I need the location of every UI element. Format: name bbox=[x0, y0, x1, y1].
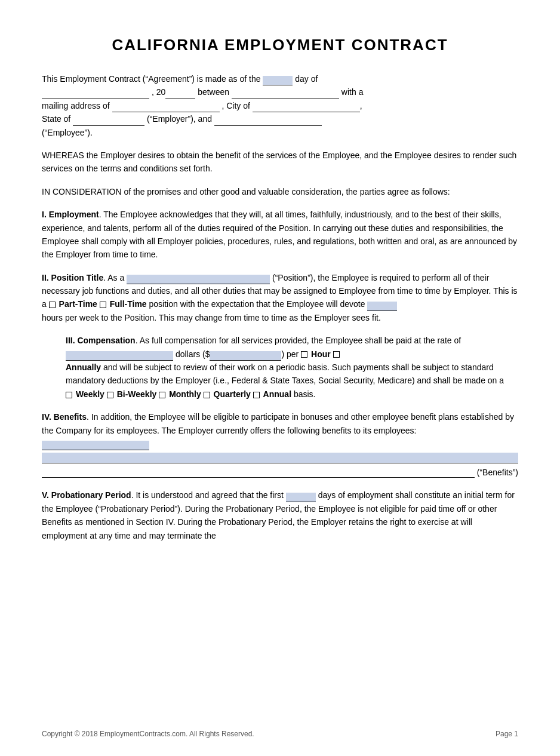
section-III: III. Compensation. As full compensation … bbox=[42, 334, 518, 401]
section-I-text: . The Employee acknowledges that they wi… bbox=[42, 210, 517, 259]
weekly-label: Weekly bbox=[76, 389, 104, 399]
document-footer: Copyright © 2018 EmploymentContracts.com… bbox=[42, 730, 518, 738]
part-time-checkbox[interactable] bbox=[49, 302, 56, 308]
annually-label: Annually bbox=[66, 362, 101, 372]
benefits-end-label: (“Benefits”) bbox=[477, 466, 518, 479]
section-II-pre: . As a bbox=[103, 273, 124, 282]
section-V-pre: . It is understood and agreed that the f… bbox=[131, 490, 284, 500]
section-III-label: III. Compensation bbox=[66, 336, 136, 345]
intro-line2-pre: , 20 bbox=[152, 87, 165, 97]
intro-line3-pre: mailing address of bbox=[42, 101, 110, 110]
annual-checkbox[interactable] bbox=[253, 392, 260, 398]
intro-paragraph: This Employment Contract (“Agreement”) i… bbox=[42, 72, 518, 139]
section-IV-label: IV. Benefits bbox=[42, 412, 87, 422]
section-II-label: II. Position Title bbox=[42, 273, 103, 282]
part-time-label: Part-Time bbox=[59, 299, 97, 309]
intro-line3-mid: , City of bbox=[221, 101, 250, 110]
day-field[interactable] bbox=[263, 76, 293, 85]
benefits-inline-field[interactable] bbox=[42, 441, 149, 450]
quarterly-label: Quarterly bbox=[214, 389, 251, 399]
section-III-dollars: dollars ($ bbox=[176, 349, 210, 359]
dollar-amount-field[interactable] bbox=[210, 351, 281, 361]
city-field[interactable] bbox=[253, 103, 360, 112]
annual-label: Annual bbox=[263, 389, 291, 399]
intro-line4-mid: (“Employer”), and bbox=[147, 114, 212, 124]
rate-field[interactable] bbox=[66, 351, 173, 361]
section-III-per: ) per bbox=[281, 349, 299, 359]
date-field[interactable] bbox=[42, 90, 149, 99]
benefits-line-1[interactable] bbox=[42, 453, 518, 463]
section-III-mid: and will be subject to review of their w… bbox=[66, 362, 504, 385]
section-IV: IV. Benefits. In addition, the Employee … bbox=[42, 410, 518, 479]
weekly-checkbox[interactable] bbox=[66, 392, 72, 398]
full-time-checkbox[interactable] bbox=[100, 302, 106, 308]
biweekly-label: Bi-Weekly bbox=[117, 389, 157, 399]
biweekly-checkbox[interactable] bbox=[107, 392, 113, 398]
hour-checkbox[interactable] bbox=[301, 351, 307, 358]
whereas-paragraph: WHEREAS the Employer desires to obtain t… bbox=[42, 149, 518, 176]
benefits-fields-block: (“Benefits”) bbox=[42, 450, 518, 479]
benefits-line-2[interactable] bbox=[42, 467, 475, 478]
year-field[interactable] bbox=[165, 90, 195, 99]
section-II: II. Position Title. As a (“Position”), t… bbox=[42, 271, 518, 325]
employer-name-field[interactable] bbox=[232, 90, 339, 99]
section-V-label: V. Probationary Period bbox=[42, 490, 131, 500]
hours-per-week-field[interactable] bbox=[367, 302, 397, 311]
intro-line2-mid: between bbox=[198, 87, 229, 97]
full-time-label: Full-Time bbox=[110, 299, 147, 309]
section-I-label: I. Employment bbox=[42, 210, 99, 219]
monthly-label: Monthly bbox=[169, 389, 201, 399]
annually-checkbox[interactable] bbox=[333, 351, 340, 358]
state-field[interactable] bbox=[73, 116, 144, 126]
position-title-field[interactable] bbox=[127, 275, 270, 284]
section-I: I. Employment. The Employee acknowledges… bbox=[42, 208, 518, 262]
hour-label: Hour bbox=[311, 349, 331, 359]
footer-copyright: Copyright © 2018 EmploymentContracts.com… bbox=[42, 730, 254, 738]
basis-label: basis. bbox=[294, 389, 316, 399]
quarterly-checkbox[interactable] bbox=[204, 392, 210, 398]
intro-line5-post: (“Employee”). bbox=[42, 128, 93, 137]
section-III-pre: . As full compensation for all services … bbox=[136, 336, 461, 345]
section-IV-pre: . In addition, the Employee will be elig… bbox=[42, 412, 514, 435]
intro-line1-post: day of bbox=[295, 74, 318, 84]
intro-line1-pre: This Employment Contract (“Agreement”) i… bbox=[42, 74, 260, 84]
document-page: CALIFORNIA EMPLOYMENT CONTRACT This Empl… bbox=[0, 0, 560, 756]
intro-line4-pre: State of bbox=[42, 114, 70, 124]
mailing-address-field[interactable] bbox=[112, 103, 220, 112]
probationary-days-field[interactable] bbox=[286, 493, 316, 502]
section-V: V. Probationary Period. It is understood… bbox=[42, 488, 518, 542]
monthly-checkbox[interactable] bbox=[159, 392, 165, 398]
section-II-post: position with the expectation that the E… bbox=[149, 299, 365, 309]
footer-page: Page 1 bbox=[496, 730, 518, 738]
intro-line2-post: with a bbox=[341, 87, 364, 97]
employee-name-field[interactable] bbox=[214, 116, 322, 126]
document-title: CALIFORNIA EMPLOYMENT CONTRACT bbox=[42, 36, 518, 54]
consideration-paragraph: IN CONSIDERATION of the promises and oth… bbox=[42, 185, 518, 198]
section-II-end: hours per week to the Position. This may… bbox=[42, 313, 381, 322]
